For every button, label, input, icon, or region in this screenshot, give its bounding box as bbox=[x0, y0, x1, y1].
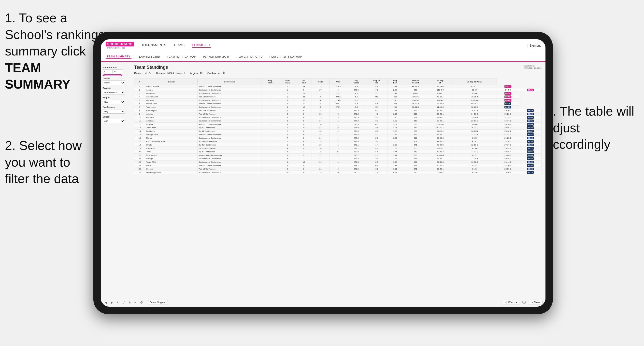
table-cell: 262 bbox=[387, 85, 403, 88]
table-row[interactable]: 13Texas TechBig 12 Conference-19272276.0… bbox=[134, 126, 542, 130]
table-row[interactable]: 21New MexicoMountain West Conference-192… bbox=[134, 154, 542, 157]
table-row[interactable]: 11ArkansasSoutheastern Conference-682412… bbox=[134, 119, 542, 123]
table-row[interactable]: 8WashingtonPac-12 Conference-28231276.3-… bbox=[134, 109, 542, 112]
table-row[interactable]: 18IllinoisBig Ten Conference-19231279.1-… bbox=[134, 143, 542, 147]
region-label: Region bbox=[103, 96, 128, 99]
table-cell: 1.85 bbox=[387, 133, 403, 137]
table-cell: 2.52 bbox=[366, 95, 387, 99]
table-row[interactable]: 4Arizona StatePac-12 Conference-1264274.… bbox=[134, 95, 542, 99]
table-cell: 30-15-1 bbox=[452, 130, 496, 133]
table-cell: 1 bbox=[329, 109, 347, 112]
copy-button[interactable]: ⎘ bbox=[128, 300, 132, 305]
school-label: School bbox=[103, 116, 128, 118]
table-cell: 1 bbox=[329, 123, 347, 126]
conference-select[interactable]: (All) bbox=[103, 109, 125, 114]
table-cell: Southeastern Conference bbox=[198, 137, 262, 140]
table-cell: 2.88 bbox=[387, 88, 403, 92]
table-cell: Southeastern Conference bbox=[198, 106, 262, 109]
nav-teams[interactable]: TEAMS bbox=[174, 43, 184, 48]
table-cell: 6 bbox=[279, 119, 296, 123]
table-cell: 22 bbox=[134, 157, 145, 161]
table-row[interactable]: 17East Tennessee StateSouthern Conferenc… bbox=[134, 140, 542, 143]
table-row[interactable]: 10AlabamaSoutheastern Conference-5823327… bbox=[134, 116, 542, 119]
table-cell: 63-15-1 bbox=[403, 99, 428, 102]
table-cell: Southeastern Conference bbox=[198, 119, 262, 123]
table-cell: 1 bbox=[329, 161, 347, 164]
left-panel: Minimum Rou... Gender Men's Women's Divi… bbox=[101, 62, 130, 298]
table-cell: 6 bbox=[134, 102, 145, 106]
table-cell: 1.28 bbox=[387, 143, 403, 147]
table-cell: 2.70 bbox=[366, 85, 387, 88]
table-row[interactable]: 2AuburnSoutheastern Conference-19276273.… bbox=[134, 88, 542, 92]
table-row[interactable]: 19CaliforniaPac-12 Conference-48242278.2… bbox=[134, 147, 542, 150]
watch-button[interactable]: 👁 Watch ▾ bbox=[503, 300, 519, 305]
table-cell: 17-33-3 bbox=[452, 150, 496, 154]
sub-nav-team-h2h-grid[interactable]: TEAM H2H GRID bbox=[136, 55, 161, 59]
table-cell: Pac-12 Conference bbox=[198, 95, 262, 99]
nav-committee[interactable]: COMMITTEE bbox=[192, 43, 211, 48]
division-select[interactable]: NCAA Division I NCAA Division II NCAA Di… bbox=[103, 90, 125, 94]
table-cell: 83-15-0 bbox=[428, 123, 452, 126]
clock-button[interactable]: ⏱ bbox=[139, 300, 144, 305]
table-row[interactable]: 5Ole MissSoutheastern Conference-3181274… bbox=[134, 99, 542, 102]
table-row[interactable]: 16FloridaSoutheastern Conference-7924427… bbox=[134, 137, 542, 140]
sub-nav-player-h2h-heatmap[interactable]: PLAYER H2H HEATMAP bbox=[268, 55, 303, 59]
table-cell: 273.5 bbox=[329, 85, 347, 88]
table-row[interactable]: 24DukeAtlantic Coast Conference-59271279… bbox=[134, 164, 542, 167]
table-cell: Mountain West Conference bbox=[198, 154, 262, 157]
table-row[interactable]: 6Florida StateAtlantic Coast Conference-… bbox=[134, 102, 542, 106]
add-button[interactable]: + bbox=[134, 300, 137, 305]
table-row[interactable]: 15Georgia TechAtlantic Coast Conference-… bbox=[134, 133, 542, 137]
slider-thumb-right[interactable] bbox=[120, 74, 122, 76]
table-row[interactable]: 23Texas A&MSoutheastern Conference-91030… bbox=[134, 161, 542, 164]
table-cell: 12-14-1 bbox=[428, 99, 452, 102]
table-row[interactable]: 12VirginiaAtlantic Coast Conference-3824… bbox=[134, 123, 542, 126]
table-cell: 8 bbox=[296, 133, 312, 137]
table-cell: - bbox=[262, 143, 279, 147]
max-rou-input[interactable] bbox=[113, 69, 123, 73]
table-row[interactable]: 25OregonPac-12 Conference-59210279.5-3.1… bbox=[134, 167, 542, 171]
table-cell: 265 bbox=[403, 133, 428, 137]
table-cell: 1.41 bbox=[387, 154, 403, 157]
table-cell: 17 bbox=[134, 140, 145, 143]
nav-tournaments[interactable]: TOURNAMENTS bbox=[142, 43, 166, 48]
table-row[interactable]: 7TennesseeSoutheastern Conference-418227… bbox=[134, 106, 542, 109]
table-cell: - bbox=[262, 164, 279, 167]
sub-nav-team-summary[interactable]: TEAM SUMMARY bbox=[106, 54, 132, 59]
table-cell: 265 bbox=[387, 95, 403, 99]
table-row[interactable]: 14OklahomaBig 12 Conference-28242279.5-4… bbox=[134, 130, 542, 133]
slider-thumb-left[interactable] bbox=[103, 74, 105, 76]
table-cell: 8 bbox=[296, 171, 312, 174]
table-row[interactable]: 3VanderbiltSoutheastern Conference-22352… bbox=[134, 92, 542, 95]
share-icon-button[interactable]: ⤴ bbox=[122, 300, 126, 305]
sub-nav-team-h2h-heatmap[interactable]: TEAM H2H HEATMAP bbox=[166, 55, 197, 59]
table-row[interactable]: 9ArizonaPac-12 Conference-28232276.8-4.6… bbox=[134, 112, 542, 116]
table-cell: - bbox=[262, 126, 279, 130]
refresh-button[interactable]: ↻ bbox=[116, 300, 120, 305]
gender-select[interactable]: Men's Women's bbox=[103, 80, 125, 85]
table-row[interactable]: 20TexasBig 12 Conference-3770.7278.90.71… bbox=[134, 150, 542, 154]
sub-nav-player-summary[interactable]: PLAYER SUMMARY bbox=[202, 55, 231, 59]
school-select[interactable]: (All) bbox=[103, 119, 125, 123]
region-select[interactable]: N/A All bbox=[103, 100, 125, 104]
share-button[interactable]: ↗ Share bbox=[529, 300, 542, 305]
back-button[interactable]: ◀ bbox=[104, 300, 108, 305]
comment-button[interactable]: 💬 bbox=[521, 300, 527, 305]
table-cell: 18 bbox=[134, 143, 145, 147]
view-original-button[interactable]: View: Original bbox=[148, 300, 168, 305]
table-cell: Duke bbox=[145, 164, 198, 167]
table-cell: 277.5 bbox=[347, 137, 366, 140]
sign-out-link[interactable]: Sign out bbox=[530, 44, 540, 47]
comment-icon: 💬 bbox=[522, 301, 526, 304]
table-cell: 27 bbox=[312, 164, 329, 167]
table-cell: 10 bbox=[296, 102, 312, 106]
min-rou-input[interactable] bbox=[103, 69, 112, 73]
table-row[interactable]: 22GeorgiaSoutheastern Conference-8721127… bbox=[134, 157, 542, 161]
table-cell: 13-24-1 bbox=[452, 116, 496, 119]
col-overall: OverallRecord bbox=[403, 79, 428, 85]
forward-button[interactable]: ▶ bbox=[110, 300, 114, 305]
sub-nav-player-h2h-grid[interactable]: PLAYER H2H GRID bbox=[236, 55, 264, 59]
table-cell: 15-32-2 bbox=[452, 126, 496, 130]
table-row[interactable]: 26Mississippi StateSoutheastern Conferen… bbox=[134, 171, 542, 174]
table-row[interactable]: 1North CarolinaAtlantic Coast Conference… bbox=[134, 85, 542, 88]
